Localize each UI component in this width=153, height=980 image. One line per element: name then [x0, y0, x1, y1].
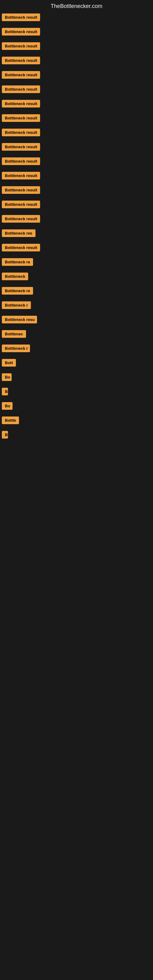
list-item: Bottleneck r — [1, 301, 153, 310]
site-title: TheBottlenecker.com — [0, 0, 153, 12]
bottleneck-badge[interactable]: Bottleneck r — [2, 345, 30, 352]
bottleneck-badge[interactable]: Bottleneck r — [2, 301, 31, 309]
bottleneck-badge[interactable]: Bottleneck result — [2, 28, 40, 35]
bottleneck-badge[interactable]: Bottleneck result — [2, 100, 40, 108]
bottleneck-badge[interactable]: Bottleneck result — [2, 215, 40, 223]
bottleneck-badge[interactable]: Bo — [2, 402, 13, 410]
list-item: Bottleneck result — [1, 28, 153, 37]
list-item: Bottleneck result — [1, 143, 153, 152]
bottleneck-badge[interactable]: Bottleneck result — [2, 114, 40, 122]
list-item: Bottleneck result — [1, 215, 153, 224]
bottleneck-badge[interactable]: Bottleneck result — [2, 172, 40, 180]
bottleneck-badge[interactable]: Bottleneck res — [2, 229, 35, 237]
bottleneck-badge[interactable]: Bottleneck result — [2, 57, 40, 64]
bottleneck-badge[interactable]: Bottleneck re — [2, 258, 33, 266]
list-item: Bottleneck re — [1, 287, 153, 296]
bottleneck-badge[interactable]: Bott — [2, 359, 16, 367]
bottleneck-badge[interactable]: B — [2, 431, 8, 439]
list-item: Bottleneck result — [1, 158, 153, 166]
bottleneck-badge[interactable]: Bottleneck result — [2, 143, 40, 151]
list-item: Bottle — [1, 417, 153, 425]
list-item: Bottleneck result — [1, 57, 153, 65]
bottleneck-badge[interactable]: Bottleneck re — [2, 287, 33, 294]
list-item: Bo — [1, 402, 153, 411]
bottleneck-badge[interactable]: Bottleneck result — [2, 158, 40, 165]
list-item: Bottleneck result — [1, 129, 153, 137]
list-item: B — [1, 388, 153, 396]
list-item: Bottleneck — [1, 272, 153, 282]
list-item: Bottleneck res — [1, 229, 153, 238]
list-item: Bottleneck result — [1, 186, 153, 195]
bottleneck-badge[interactable]: Bottleneck result — [2, 42, 40, 50]
bottleneck-badge[interactable]: Bottle — [2, 417, 19, 424]
list-item: Bottleneck result — [1, 42, 153, 51]
list-item: Bottleneck result — [1, 200, 153, 210]
bottleneck-badge[interactable]: Bottleneck result — [2, 244, 40, 251]
list-item: B — [1, 431, 153, 440]
bottleneck-badge[interactable]: Bottlenec — [2, 330, 26, 338]
bottleneck-badge[interactable]: Bottleneck — [2, 272, 28, 280]
items-container: Bottleneck resultBottleneck resultBottle… — [0, 12, 153, 440]
list-item: Bottleneck result — [1, 172, 153, 181]
bottleneck-badge[interactable]: Bottleneck result — [2, 200, 40, 208]
bottleneck-badge[interactable]: Bo — [2, 373, 12, 381]
list-item: Bottleneck result — [1, 13, 153, 22]
bottleneck-badge[interactable]: Bottleneck result — [2, 71, 40, 79]
bottleneck-badge[interactable]: B — [2, 388, 8, 395]
list-item: Bottleneck resu — [1, 316, 153, 325]
bottleneck-badge[interactable]: Bottleneck result — [2, 13, 40, 21]
list-item: Bottleneck result — [1, 114, 153, 123]
bottleneck-badge[interactable]: Bottleneck result — [2, 129, 40, 136]
list-item: Bottleneck result — [1, 86, 153, 94]
list-item: Bottleneck result — [1, 71, 153, 80]
list-item: Bottlenec — [1, 330, 153, 339]
bottleneck-badge[interactable]: Bottleneck result — [2, 186, 40, 194]
list-item: Bottleneck r — [1, 345, 153, 353]
list-item: Bo — [1, 373, 153, 382]
list-item: Bottleneck result — [1, 100, 153, 109]
list-item: Bottleneck re — [1, 258, 153, 267]
bottleneck-badge[interactable]: Bottleneck resu — [2, 316, 37, 323]
list-item: Bott — [1, 359, 153, 368]
list-item: Bottleneck result — [1, 244, 153, 253]
bottleneck-badge[interactable]: Bottleneck result — [2, 86, 40, 93]
